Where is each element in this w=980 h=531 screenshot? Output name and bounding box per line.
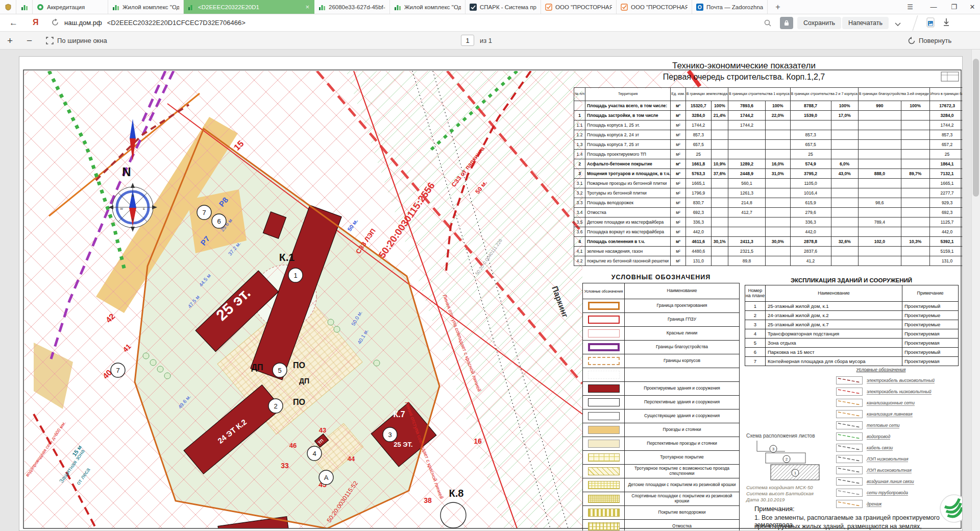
scrollbar-thumb[interactable] bbox=[973, 59, 979, 197]
page-number-input[interactable]: 1 bbox=[461, 35, 474, 46]
tab-3[interactable]: 26080e33-627d-45bf-b2 bbox=[314, 0, 390, 14]
url-field[interactable]: наш.дом.рф<D2EEEC20322E20D1CFCEC7D32E706… bbox=[64, 19, 246, 27]
explication-row: 5Зона отдыхаПроектируемая bbox=[745, 339, 959, 348]
legend-swatch bbox=[588, 440, 620, 448]
bar-chart-icon bbox=[318, 4, 326, 11]
tab-close-icon[interactable]: × bbox=[304, 3, 310, 11]
address-bar: ← Я наш.дом.рф<D2EEEC20322E20D1CFCEC7D32… bbox=[0, 14, 980, 32]
legend-swatch bbox=[588, 467, 620, 475]
map-label: N bbox=[131, 194, 134, 198]
yandex-logo[interactable]: Я bbox=[33, 18, 39, 27]
map-label: 2 bbox=[786, 457, 788, 462]
legend-swatch bbox=[588, 481, 620, 489]
utility-swatch bbox=[836, 455, 863, 463]
legend-swatch bbox=[588, 357, 620, 365]
corner-stamp bbox=[941, 72, 959, 81]
utility-item: ЛЭП низковольтная bbox=[836, 454, 908, 464]
tab-4[interactable]: Жилой комплекс "Один bbox=[390, 0, 465, 14]
tab-0[interactable]: Аккредитация bbox=[33, 0, 108, 14]
utility-legend-heading: Условные обозначения bbox=[835, 367, 927, 372]
tab-5[interactable]: СПАРК - Система проф bbox=[465, 0, 541, 14]
fit-width-icon[interactable] bbox=[46, 37, 54, 46]
rotate-icon[interactable] bbox=[908, 37, 916, 47]
explication-row: 4Трансформаторная подстанцияПроектируема… bbox=[745, 329, 959, 339]
map-label: 16 bbox=[474, 437, 482, 445]
site-plan-map bbox=[24, 71, 582, 531]
legend-swatch bbox=[588, 453, 620, 462]
map-label: К.1 bbox=[279, 251, 295, 263]
maximize-button[interactable]: ❐ bbox=[945, 0, 963, 14]
tab-1[interactable]: Жилой комплекс "Один bbox=[108, 0, 184, 14]
map-label: S bbox=[132, 218, 134, 221]
legend-row: Границы благоустройства bbox=[583, 340, 739, 354]
tab-6[interactable]: ООО "ПРОСТОРНАЯ ДО bbox=[541, 0, 617, 14]
scrollbar[interactable] bbox=[971, 50, 980, 531]
legend-heading: УСЛОВНЫЕ ОБОЗНАЧЕНИЯ bbox=[582, 274, 740, 281]
new-tab-button[interactable]: + bbox=[772, 2, 784, 13]
legend-row: Отмостка bbox=[583, 519, 739, 531]
reload-icon[interactable] bbox=[51, 18, 59, 29]
tab-2[interactable]: <D2EEEC20322E20D1× bbox=[184, 0, 314, 14]
zoom-in-button[interactable]: + bbox=[7, 32, 13, 50]
spark-icon bbox=[470, 4, 477, 11]
bar-chart-icon bbox=[188, 4, 195, 11]
utility-swatch bbox=[836, 466, 863, 474]
fit-width-label[interactable]: По ширине окна bbox=[57, 32, 107, 50]
legend-row: Проезды и стоянки bbox=[583, 423, 739, 437]
panel-separator bbox=[912, 15, 919, 33]
legend-swatch bbox=[588, 522, 620, 530]
pinned-tab-0[interactable] bbox=[0, 0, 16, 14]
search-icon[interactable] bbox=[764, 19, 772, 29]
page-count-label: из 1 bbox=[480, 32, 492, 50]
pinned-tab-1[interactable] bbox=[16, 0, 33, 14]
map-label: W bbox=[120, 207, 123, 210]
explication-row: 125-этажный жилой дом, к.1Проектируемый bbox=[745, 302, 959, 311]
legend-row: Граница проектирования bbox=[583, 299, 739, 312]
url-domain: наш.дом.рф bbox=[64, 19, 102, 27]
save-button[interactable]: Сохранить bbox=[797, 17, 841, 29]
map-label: ДП bbox=[299, 377, 309, 385]
svg-text:O: O bbox=[698, 5, 702, 10]
close-button[interactable]: ✕ bbox=[964, 0, 980, 14]
map-label: 33 bbox=[281, 462, 289, 470]
bar-chart-icon bbox=[394, 4, 401, 11]
legend-row: Красные линии bbox=[583, 326, 739, 340]
legend-swatch bbox=[588, 398, 620, 406]
utility-swatch bbox=[836, 399, 863, 407]
tab-panel-icon[interactable]: ☰ bbox=[901, 0, 919, 14]
utility-swatch bbox=[836, 410, 863, 418]
map-label: 3 bbox=[772, 447, 775, 451]
legend-row: Покрытие велодорожки bbox=[583, 505, 739, 519]
print-button[interactable]: Напечатать bbox=[842, 17, 889, 29]
map-badge-number: 7 bbox=[202, 209, 206, 216]
utility-swatch bbox=[836, 444, 863, 452]
map-label: 46 bbox=[289, 442, 297, 449]
utility-item: канализационные сети bbox=[836, 398, 915, 408]
legend-swatch bbox=[588, 316, 620, 324]
legend-row: Граница ГПЗУ bbox=[583, 312, 739, 326]
utility-item: водопровод bbox=[836, 431, 890, 442]
minimize-button[interactable]: — bbox=[925, 0, 942, 14]
coord-system-line: Система координат МСК-50 bbox=[746, 485, 859, 490]
zoom-out-button[interactable]: − bbox=[27, 32, 32, 50]
download-icon[interactable] bbox=[942, 18, 950, 29]
notes-title: Примечания: bbox=[754, 505, 795, 513]
chevron-down-icon[interactable] bbox=[894, 20, 901, 29]
rotate-label[interactable]: Повернуть bbox=[919, 32, 951, 50]
back-icon[interactable]: ← bbox=[9, 18, 18, 28]
legend-row: Перспективные проезды и стоянки bbox=[583, 437, 739, 450]
utility-item: тепловые сети bbox=[836, 420, 899, 430]
pdf-toolbar: + − По ширине окна 1 из 1 Повернуть bbox=[0, 32, 980, 50]
image-panel-icon[interactable] bbox=[926, 17, 936, 31]
legend-row: Тротуарное покрытие с возможностью проез… bbox=[583, 464, 739, 478]
tab-8[interactable]: OПочта — Zadorozhnaya bbox=[692, 0, 768, 14]
utility-swatch bbox=[836, 388, 863, 396]
map-badge-number: 1 bbox=[293, 272, 297, 279]
explication-row: 6Парковка на 15 местПроектируемый bbox=[745, 348, 959, 357]
note-line-2: проектируемых жилых зданий, размещаются … bbox=[754, 523, 963, 531]
legend-row: Существующие здания и сооружения bbox=[583, 409, 739, 423]
pdf-viewer: 25 эт.К.124 ЭТ К.2К.725 ЭТ.К.8ТПДППОДППО… bbox=[0, 50, 980, 531]
outlook-icon: O bbox=[696, 4, 703, 11]
tab-7[interactable]: ООО "ПРОСТОРНАЯ ДО bbox=[617, 0, 692, 14]
lock-icon[interactable] bbox=[780, 17, 793, 29]
